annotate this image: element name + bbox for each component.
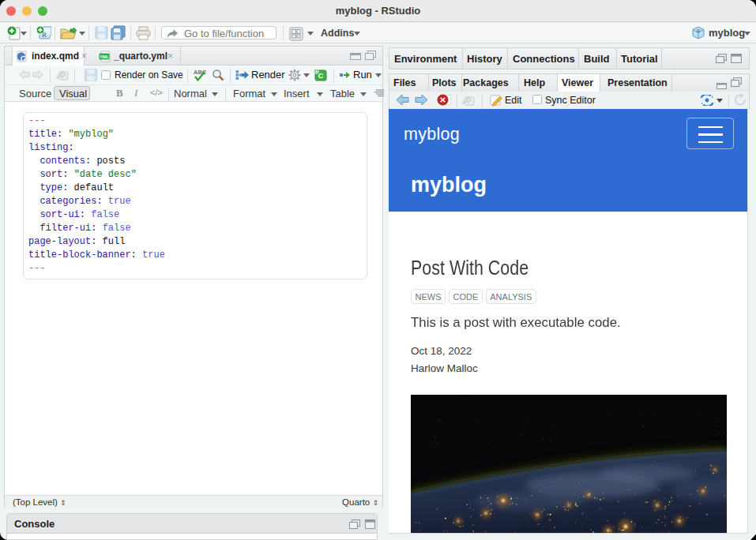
svg-text:C: C: [318, 72, 324, 80]
svg-text:R: R: [697, 28, 701, 34]
svg-text:YML: YML: [100, 54, 109, 59]
